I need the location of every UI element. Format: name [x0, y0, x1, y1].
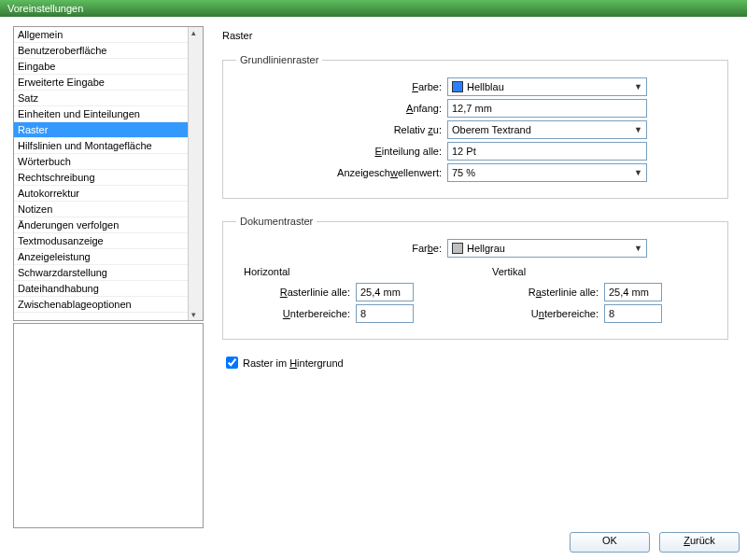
- v-gridline-label: Rasterlinie alle:: [485, 287, 599, 298]
- window-titlebar: Voreinstellungen: [0, 0, 747, 17]
- category-list[interactable]: AllgemeinBenutzeroberflächeEingabeErweit…: [13, 26, 204, 321]
- sidebar-item-2[interactable]: Eingabe: [14, 59, 188, 75]
- chevron-down-icon: ▼: [634, 82, 642, 91]
- baseline-color-dropdown[interactable]: Hellblau ▼: [447, 77, 647, 96]
- sidebar-item-17[interactable]: Zwischenablageoptionen: [14, 297, 188, 313]
- document-color-dropdown[interactable]: Hellgrau ▼: [447, 239, 647, 258]
- sidebar-item-14[interactable]: Anzeigeleistung: [14, 249, 188, 265]
- baseline-legend: Grundlinienraster: [236, 54, 322, 65]
- start-input[interactable]: [447, 99, 647, 118]
- h-gridline-input[interactable]: [356, 283, 414, 301]
- chevron-down-icon: ▼: [634, 244, 642, 253]
- vertical-group: Vertikal Rasterlinie alle: Unterbereiche…: [485, 260, 714, 326]
- sidebar-item-4[interactable]: Satz: [14, 91, 188, 106]
- back-button[interactable]: Zurück: [659, 532, 740, 553]
- sidebar-item-5[interactable]: Einheiten und Einteilungen: [14, 106, 188, 122]
- relative-label: Relativ zu:: [236, 124, 442, 135]
- ok-button[interactable]: OK: [570, 532, 650, 553]
- h-gridline-label: Rasterlinie alle:: [236, 287, 350, 298]
- document-color-value: Hellgrau: [467, 243, 505, 254]
- threshold-label: Anzeigeschwellenwert:: [236, 167, 442, 178]
- threshold-value: 75 %: [452, 167, 475, 178]
- page-title: Raster: [222, 30, 734, 41]
- footer: OK Zurück: [570, 532, 740, 553]
- document-grid-group: Dokumentraster Farbe: Hellgrau ▼ Horizon…: [222, 216, 728, 340]
- window-title: Voreinstellungen: [7, 3, 83, 14]
- v-gridline-input[interactable]: [604, 283, 662, 301]
- threshold-dropdown[interactable]: 75 % ▼: [447, 163, 647, 182]
- vertical-title: Vertikal: [492, 266, 714, 277]
- sidebar-item-12[interactable]: Änderungen verfolgen: [14, 217, 188, 233]
- sidebar-item-15[interactable]: Schwarzdarstellung: [14, 265, 188, 281]
- main-panel: Raster Grundlinienraster Farbe: Hellblau…: [222, 26, 734, 528]
- chevron-down-icon: ▼: [634, 125, 642, 134]
- document-legend: Dokumentraster: [236, 216, 317, 227]
- sidebar-item-13[interactable]: Textmodusanzeige: [14, 233, 188, 249]
- color-swatch-icon: [452, 81, 463, 92]
- color-label: Farbe:: [236, 81, 442, 92]
- grids-in-back-checkbox[interactable]: [226, 357, 238, 369]
- grids-in-back-label: Raster im Hintergrund: [243, 357, 344, 369]
- sidebar-item-0[interactable]: Allgemein: [14, 27, 188, 43]
- increment-label: Einteilung alle:: [236, 146, 442, 157]
- sidebar-item-10[interactable]: Autokorrektur: [14, 186, 188, 202]
- h-subdiv-label: Unterbereiche:: [236, 308, 350, 319]
- sidebar-item-3[interactable]: Erweiterte Eingabe: [14, 75, 188, 91]
- sidebar-item-9[interactable]: Rechtschreibung: [14, 170, 188, 186]
- baseline-grid-group: Grundlinienraster Farbe: Hellblau ▼ Anfa…: [222, 54, 728, 199]
- sidebar-item-8[interactable]: Wörterbuch: [14, 154, 188, 170]
- relative-dropdown[interactable]: Oberem Textrand ▼: [447, 120, 647, 139]
- color-swatch-icon: [452, 243, 463, 254]
- v-subdiv-label: Unterbereiche:: [485, 308, 599, 319]
- doc-color-label: Farbe:: [236, 243, 442, 254]
- h-subdiv-input[interactable]: [356, 304, 414, 323]
- chevron-down-icon: ▼: [634, 168, 642, 177]
- preview-box: [13, 323, 204, 528]
- relative-value: Oberem Textrand: [452, 124, 531, 135]
- scrollbar[interactable]: [188, 27, 203, 320]
- horizontal-group: Horizontal Rasterlinie alle: Unterbereic…: [236, 260, 466, 326]
- v-subdiv-input[interactable]: [604, 304, 662, 323]
- baseline-color-value: Hellblau: [467, 81, 504, 92]
- grids-in-back-row[interactable]: Raster im Hintergrund: [226, 357, 734, 369]
- increment-input[interactable]: [447, 142, 647, 161]
- sidebar-item-16[interactable]: Dateihandhabung: [14, 281, 188, 297]
- sidebar: AllgemeinBenutzeroberflächeEingabeErweit…: [13, 26, 204, 528]
- sidebar-item-1[interactable]: Benutzeroberfläche: [14, 43, 188, 59]
- sidebar-item-7[interactable]: Hilfslinien und Montagefläche: [14, 138, 188, 154]
- start-label: Anfang:: [236, 103, 442, 114]
- sidebar-item-6[interactable]: Raster: [14, 122, 188, 138]
- sidebar-item-11[interactable]: Notizen: [14, 202, 188, 217]
- horizontal-title: Horizontal: [244, 266, 466, 277]
